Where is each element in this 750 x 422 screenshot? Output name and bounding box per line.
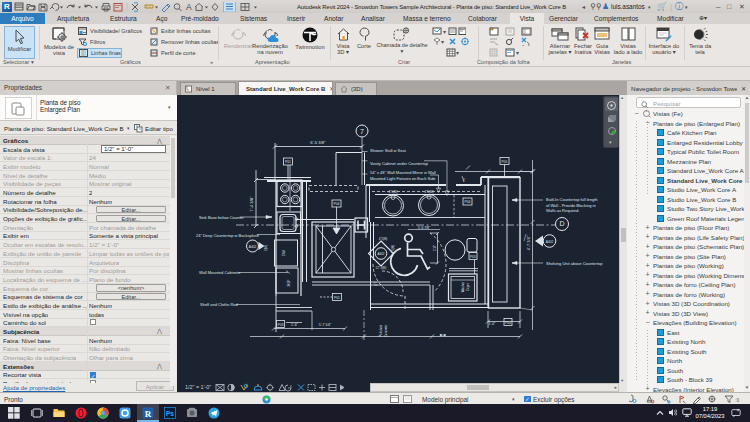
- svg-text:P03: P03: [277, 323, 283, 327]
- svg-text:4'-7 3/4": 4'-7 3/4": [526, 235, 531, 250]
- svg-text:24" Deep Countertop w Backspla: 24" Deep Countertop w Backsplash: [196, 233, 259, 238]
- svg-text:A402: A402: [546, 240, 554, 244]
- svg-text:P04: P04: [333, 202, 339, 206]
- svg-text:DW: DW: [282, 249, 286, 256]
- svg-text:P01: P01: [334, 296, 340, 300]
- svg-text:R: R: [145, 409, 152, 419]
- svg-text::0: :0: [735, 397, 739, 403]
- svg-text:Mounted Light Fixtures on Each: Mounted Light Fixtures on Each Side: [370, 176, 436, 181]
- svg-text:▾: ▾: [516, 50, 519, 56]
- svg-text:Wall Mounted Cabinets: Wall Mounted Cabinets: [199, 270, 240, 275]
- svg-text:Shelf and Cloths Rod: Shelf and Cloths Rod: [200, 302, 238, 307]
- svg-text:Dryer: Dryer: [466, 283, 470, 290]
- svg-text:Built-In Countertop full lengt: Built-In Countertop full length: [546, 197, 598, 202]
- svg-text:4"5(M): 4"5(M): [389, 190, 398, 194]
- svg-text:Shelving Unit above Countertop: Shelving Unit above Countertop: [546, 261, 603, 266]
- svg-text:1': 1': [463, 178, 466, 182]
- svg-text:5'-7 1/4": 5'-7 1/4": [319, 323, 332, 327]
- svg-text:4"5(M): 4"5(M): [379, 237, 387, 241]
- svg-text:7: 7: [360, 128, 364, 135]
- svg-text:P05: P05: [470, 255, 476, 259]
- svg-text:P01: P01: [501, 160, 507, 164]
- svg-text:▾: ▾: [456, 50, 459, 56]
- svg-text:54" x 48" Wall Mounted Mirror: 54" x 48" Wall Mounted Mirror w Wall: [370, 170, 436, 175]
- svg-text:5'-6 7/8": 5'-6 7/8": [418, 226, 431, 230]
- svg-text:Vanity Cabinet under Counterto: Vanity Cabinet under Countertop: [370, 161, 429, 166]
- svg-text:Washer: Washer: [461, 282, 465, 292]
- svg-text:2'-8": 2'-8": [433, 245, 437, 251]
- svg-text:▶◀: ▶◀: [440, 333, 446, 337]
- svg-text:2"5(M): 2"5(M): [391, 245, 395, 253]
- svg-text:of Wall - Provide Blocking in: of Wall - Provide Blocking in: [546, 203, 596, 208]
- svg-text:303F: 303F: [287, 279, 291, 286]
- svg-text:D: D: [559, 220, 564, 227]
- svg-text:A402: A402: [249, 245, 257, 249]
- svg-text:P01: P01: [285, 160, 291, 164]
- svg-text:Sink Base below Counter: Sink Base below Counter: [199, 215, 245, 220]
- svg-text:Walls as Required.: Walls as Required.: [546, 208, 579, 213]
- svg-text:1'-6": 1'-6": [291, 323, 299, 327]
- svg-text:6'-5 3/8": 6'-5 3/8": [310, 140, 326, 145]
- svg-text:P04: P04: [505, 321, 511, 325]
- svg-text:P04: P04: [464, 200, 470, 204]
- svg-text:Polished: Polished: [379, 325, 383, 337]
- svg-text:A402: A402: [377, 252, 384, 256]
- svg-text:1'-6": 1'-6": [489, 322, 497, 326]
- svg-text:Concrete: Concrete: [384, 325, 388, 338]
- svg-text:Shower Stall w Seat: Shower Stall w Seat: [370, 148, 407, 153]
- svg-text:Ps: Ps: [166, 410, 174, 417]
- svg-text:7'-4 3/8": 7'-4 3/8": [249, 196, 254, 212]
- svg-text:3(M): 3(M): [264, 245, 268, 251]
- svg-text:▾: ▾: [441, 39, 444, 45]
- svg-text:▾: ▾: [443, 29, 446, 35]
- svg-text:A: A: [186, 2, 192, 12]
- svg-text:12"-3(M): 12"-3(M): [376, 266, 387, 270]
